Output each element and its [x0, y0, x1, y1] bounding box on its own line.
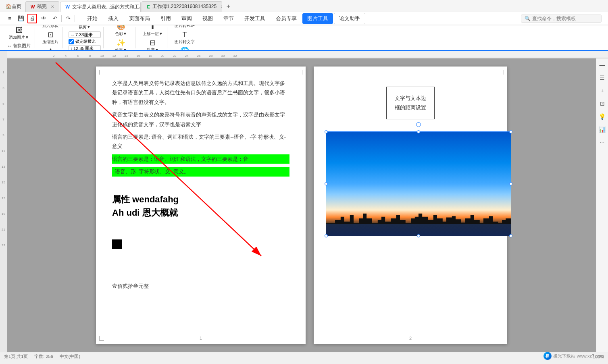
- effects-icon: ✨: [117, 39, 125, 46]
- tab-reference[interactable]: 引用: [156, 13, 176, 24]
- text-box-bordered: 文字与文本边框的距离设置: [386, 87, 435, 119]
- right-sidebar: — ☰ + ⊡ 💡 📊 ···: [596, 58, 608, 352]
- search-icon: 🔍: [525, 16, 531, 21]
- move-up-icon: ⬆: [150, 25, 156, 30]
- ribbon-group-tools: ⊡ 批量处理 📄 图片转PDF T 图片转文字 🌐 图片翻译 🖨 图片打...: [171, 27, 199, 48]
- tab3-label: 工作簿1.20220816081435325: [152, 3, 217, 10]
- home-icon: 🏠: [6, 4, 12, 9]
- big-text-2: Ah udi 恩大概就: [112, 206, 289, 219]
- tab-picture-tools[interactable]: 图片工具: [302, 13, 333, 24]
- left-margin: 1 3 5 7 9 11 13 15 17 19 21 23: [0, 58, 7, 352]
- ruler-mark: 22: [169, 54, 181, 58]
- tab-3[interactable]: E 工作簿1.20220816081435325 ✕: [142, 1, 222, 12]
- tab-insert[interactable]: 插入: [103, 13, 123, 24]
- tab-new-button[interactable]: +: [223, 1, 233, 12]
- effects-button[interactable]: ✨ 效果▼: [113, 38, 129, 51]
- print-button[interactable]: 🖨: [27, 14, 37, 23]
- sidebar-light[interactable]: 💡: [598, 112, 607, 121]
- ruler-mark: 16: [132, 54, 144, 58]
- sidebar-panel[interactable]: ☰: [598, 73, 607, 83]
- move-up-button[interactable]: ⬆ 上移一层▼: [141, 25, 164, 37]
- tab-review[interactable]: 审阅: [177, 13, 197, 24]
- translate-button[interactable]: 🌐 图片翻译: [175, 46, 194, 51]
- insert-shape-button[interactable]: △ 插入形状: [41, 25, 60, 29]
- tab-developer[interactable]: 开发工具: [239, 13, 270, 24]
- sidebar-zoom-in[interactable]: —: [598, 60, 607, 70]
- sidebar-chart[interactable]: 📊: [598, 125, 607, 134]
- ruler-mark: 30: [217, 54, 229, 58]
- big-text-section: 属性 wendafahg Ah udi 恩大概就: [112, 193, 289, 219]
- color-icon: 🎨: [117, 25, 125, 30]
- sidebar-fit[interactable]: ⊡: [598, 99, 607, 108]
- para3-text: 语言的三要素是: 语音、词汇和语法，文字的三要素--语音、-字 符形状、义-意义: [112, 132, 289, 151]
- tab-2[interactable]: W 文字是人类用表...远的方式和工具 ✕: [60, 2, 141, 12]
- lock-ratio-checkbox[interactable]: [69, 39, 74, 44]
- page-number: 1: [200, 336, 202, 341]
- undo-button[interactable]: ↶: [50, 14, 60, 23]
- search-input[interactable]: [532, 16, 593, 21]
- sharpen-button[interactable]: ✦ 清晰化▼: [41, 46, 60, 51]
- tab-bar: 🏠 首页 W 稿完 ✕ W 文字是人类用表...远的方式和工具 ✕ E 工作簿1…: [0, 0, 608, 12]
- tab-layout[interactable]: 页面布局: [124, 13, 155, 24]
- content-area: 文字是人类用表义符号记录表达信息以传之久远的方式和工具。现代文字多是记录语言的工…: [7, 58, 596, 352]
- crop-button[interactable]: ✂ 裁剪▼: [77, 25, 92, 31]
- tab-view[interactable]: 视图: [198, 13, 218, 24]
- compress-label: 压缩图片: [42, 39, 58, 45]
- rotate-handle[interactable]: [416, 122, 421, 127]
- watermark-site: www.xz7.com: [577, 354, 604, 358]
- tab-ai-assist[interactable]: 论文助手: [334, 13, 365, 24]
- ruler-corner: [0, 51, 7, 58]
- ruler-mark: 4: [60, 54, 72, 58]
- tab-1[interactable]: W 稿完 ✕: [25, 1, 59, 12]
- align-button[interactable]: ⊟ 对齐▼: [145, 38, 160, 51]
- tab-member[interactable]: 会员专享: [271, 13, 302, 24]
- tab-home[interactable]: 🏠 首页: [2, 1, 25, 12]
- add-image-label: 添加图片▼: [9, 35, 29, 40]
- text-icon: T: [182, 31, 187, 38]
- height-input[interactable]: [73, 46, 98, 51]
- tab-start[interactable]: 开始: [82, 13, 102, 24]
- color-button[interactable]: 🎨 色彩▼: [113, 25, 129, 37]
- redo-button[interactable]: ↷: [63, 14, 73, 23]
- ribbon-group-shape: △ 插入形状 ⊡ 压缩图片 ✦ 清晰化▼: [38, 27, 63, 48]
- replace-image-button[interactable]: ↔ 替换图片: [6, 42, 32, 50]
- to-text-button[interactable]: T 图片转文字: [173, 30, 196, 46]
- tab1-close[interactable]: ✕: [51, 4, 54, 9]
- save-button[interactable]: 💾: [16, 14, 26, 23]
- size-inputs: ↔ 锁定纵横比 ↕ ⟳ 重设大小: [69, 31, 101, 51]
- ruler-area: 2 4 6 8 10 12 14 16 18 20 22 24 26 28 30…: [0, 51, 608, 58]
- main-area: 1 3 5 7 9 11 13 15 17 19 21 23: [0, 58, 608, 352]
- page-num-1: 1: [2, 71, 4, 74]
- height-icon: ↕: [71, 46, 73, 51]
- tab3-close[interactable]: ✕: [221, 4, 222, 9]
- ribbon-search-box[interactable]: 🔍: [521, 15, 602, 23]
- height-input-container: ↕: [69, 45, 101, 51]
- menu-toggle-button[interactable]: ≡: [5, 14, 15, 23]
- add-image-icon: 🖼: [15, 27, 23, 34]
- ruler-mark: 14: [120, 54, 132, 58]
- text-box-container: 文字与文本边框的距离设置: [326, 87, 495, 119]
- ruler-horizontal: 2 4 6 8 10 12 14 16 18 20 22 24 26 28 30…: [7, 51, 608, 58]
- replace-label: 替换图片: [13, 43, 31, 49]
- add-image-button[interactable]: 🖼 添加图片▼: [7, 26, 31, 41]
- color-label: 色彩▼: [115, 31, 127, 37]
- tab-chapter[interactable]: 章节: [219, 13, 239, 24]
- to-pdf-button[interactable]: 📄 图片转PDF: [173, 25, 196, 29]
- page-num-6: 11: [2, 149, 5, 153]
- ruler-mark: 32: [229, 54, 241, 58]
- ruler-mark: 2: [48, 54, 60, 58]
- sidebar-more[interactable]: ···: [598, 137, 607, 147]
- corner-mark-tl: [99, 70, 104, 75]
- width-icon: ↔: [71, 33, 75, 37]
- width-input[interactable]: [75, 32, 100, 37]
- compress-button[interactable]: ⊡ 压缩图片: [41, 30, 60, 46]
- document-page-2: 文字与文本边框的距离设置: [314, 67, 507, 344]
- footer-text-container: 壹佰贰拾叁元整: [112, 283, 289, 290]
- para2-text: 意音文字是由表义的象形符号和表音的声旁组成的文字，汉字是由表形文字进化成的意音文…: [112, 110, 289, 129]
- image-container[interactable]: [326, 131, 511, 236]
- tab1-label: 稿完: [37, 3, 47, 10]
- preview-button[interactable]: 👁: [39, 14, 48, 23]
- sidebar-zoom-out[interactable]: +: [598, 86, 607, 96]
- page-num-7: 13: [2, 165, 5, 168]
- ruler-mark: 20: [156, 54, 169, 58]
